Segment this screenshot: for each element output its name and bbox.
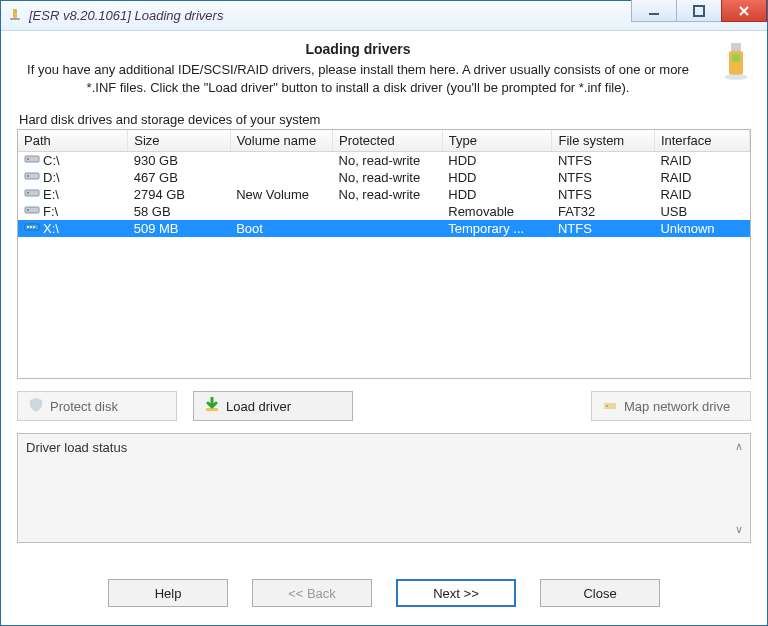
- drive-interface: Unknown: [654, 220, 749, 237]
- table-header-row: Path Size Volume name Protected Type Fil…: [18, 130, 750, 152]
- wizard-footer: Help << Back Next >> Close: [1, 569, 767, 625]
- drive-fs: NTFS: [552, 220, 654, 237]
- app-icon: [7, 8, 23, 24]
- page-header: Loading drivers If you have any addition…: [1, 31, 767, 110]
- drive-icon: [24, 153, 40, 168]
- svg-point-10: [27, 158, 29, 160]
- map-network-drive-button[interactable]: Map network drive: [591, 391, 751, 421]
- drive-path: C:\: [43, 153, 60, 168]
- driver-load-status-box: Driver load status ∧ ∨: [17, 433, 751, 543]
- drive-path: X:\: [43, 221, 59, 236]
- drive-size: 467 GB: [128, 169, 230, 186]
- table-row[interactable]: E:\2794 GBNew VolumeNo, read-writeHDDNTF…: [18, 186, 750, 203]
- svg-rect-20: [33, 226, 35, 228]
- drive-size: 2794 GB: [128, 186, 230, 203]
- svg-rect-3: [649, 13, 659, 15]
- drive-path: E:\: [43, 187, 59, 202]
- action-bar: Protect disk Load driver: [17, 391, 751, 421]
- status-section: Driver load status ∧ ∨: [17, 433, 751, 543]
- drive-path: D:\: [43, 170, 60, 185]
- drive-icon: [24, 187, 40, 202]
- table-row[interactable]: C:\930 GBNo, read-writeHDDNTFSRAID: [18, 152, 750, 170]
- drive-volume: [230, 169, 332, 186]
- drive-type: HDD: [442, 186, 552, 203]
- drive-path: F:\: [43, 204, 58, 219]
- svg-point-8: [724, 74, 748, 80]
- close-button[interactable]: Close: [540, 579, 660, 607]
- drive-icon: [24, 204, 40, 219]
- svg-rect-19: [30, 226, 32, 228]
- col-protected[interactable]: Protected: [333, 130, 443, 152]
- drive-protected: No, read-write: [333, 186, 443, 203]
- minimize-button[interactable]: [631, 0, 677, 22]
- drive-volume: New Volume: [230, 186, 332, 203]
- drive-type: Removable: [442, 203, 552, 220]
- drive-protected: [333, 220, 443, 237]
- status-scroll-up[interactable]: ∧: [732, 440, 746, 453]
- col-volume[interactable]: Volume name: [230, 130, 332, 152]
- download-icon: [204, 397, 220, 416]
- drive-interface: RAID: [654, 152, 749, 170]
- drive-icon: [24, 221, 40, 236]
- maximize-button[interactable]: [676, 0, 722, 22]
- drives-table[interactable]: Path Size Volume name Protected Type Fil…: [17, 129, 751, 379]
- drive-fs: NTFS: [552, 169, 654, 186]
- table-row[interactable]: F:\58 GBRemovableFAT32USB: [18, 203, 750, 220]
- close-window-button[interactable]: [721, 0, 767, 22]
- svg-point-16: [27, 209, 29, 211]
- svg-rect-22: [604, 403, 616, 409]
- svg-point-14: [27, 192, 29, 194]
- drive-fs: FAT32: [552, 203, 654, 220]
- svg-rect-7: [732, 54, 740, 62]
- protect-disk-button[interactable]: Protect disk: [17, 391, 177, 421]
- drive-protected: No, read-write: [333, 169, 443, 186]
- protect-disk-label: Protect disk: [50, 399, 118, 414]
- load-driver-button[interactable]: Load driver: [193, 391, 353, 421]
- col-fs[interactable]: File system: [552, 130, 654, 152]
- drive-size: 509 MB: [128, 220, 230, 237]
- back-button[interactable]: << Back: [252, 579, 372, 607]
- svg-point-23: [606, 405, 608, 407]
- drive-fs: NTFS: [552, 152, 654, 170]
- drive-fs: NTFS: [552, 186, 654, 203]
- shield-icon: [28, 397, 44, 416]
- drive-interface: RAID: [654, 186, 749, 203]
- status-scroll-down[interactable]: ∨: [732, 523, 746, 536]
- drive-protected: No, read-write: [333, 152, 443, 170]
- usb-drive-icon: [719, 41, 753, 84]
- title-bar: [ESR v8.20.1061] Loading drivers: [1, 1, 767, 31]
- drive-type: Temporary ...: [442, 220, 552, 237]
- drive-icon: [24, 170, 40, 185]
- page-description: If you have any additional IDE/SCSI/RAID…: [19, 61, 697, 96]
- drive-interface: USB: [654, 203, 749, 220]
- network-drive-icon: [602, 397, 618, 416]
- svg-rect-18: [27, 226, 29, 228]
- drive-interface: RAID: [654, 169, 749, 186]
- drive-protected: [333, 203, 443, 220]
- col-interface[interactable]: Interface: [654, 130, 749, 152]
- drive-size: 930 GB: [128, 152, 230, 170]
- app-window: [ESR v8.20.1061] Loading drivers Loading…: [0, 0, 768, 626]
- col-path[interactable]: Path: [18, 130, 128, 152]
- svg-rect-4: [694, 6, 704, 16]
- map-network-label: Map network drive: [624, 399, 730, 414]
- table-row[interactable]: X:\509 MBBootTemporary ...NTFSUnknown: [18, 220, 750, 237]
- drive-volume: [230, 152, 332, 170]
- load-driver-label: Load driver: [226, 399, 291, 414]
- drive-volume: [230, 203, 332, 220]
- svg-rect-1: [14, 9, 17, 12]
- svg-rect-2: [10, 18, 20, 20]
- status-label: Driver load status: [26, 440, 127, 455]
- window-title: [ESR v8.20.1061] Loading drivers: [29, 8, 223, 23]
- drive-volume: Boot: [230, 220, 332, 237]
- col-type[interactable]: Type: [442, 130, 552, 152]
- svg-point-12: [27, 175, 29, 177]
- drive-type: HDD: [442, 169, 552, 186]
- drives-caption: Hard disk drives and storage devices of …: [19, 112, 751, 127]
- next-button[interactable]: Next >>: [396, 579, 516, 607]
- page-title: Loading drivers: [19, 41, 697, 57]
- table-row[interactable]: D:\467 GBNo, read-writeHDDNTFSRAID: [18, 169, 750, 186]
- drive-type: HDD: [442, 152, 552, 170]
- help-button[interactable]: Help: [108, 579, 228, 607]
- col-size[interactable]: Size: [128, 130, 230, 152]
